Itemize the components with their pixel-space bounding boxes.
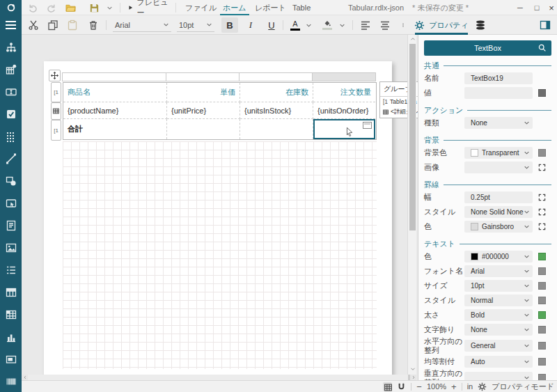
column-selector-2[interactable] bbox=[166, 72, 240, 81]
toolbox-line-button[interactable] bbox=[0, 148, 22, 170]
scroll-up-arrow[interactable] bbox=[408, 35, 417, 43]
undo-button[interactable] bbox=[26, 0, 39, 15]
maximize-button[interactable]: □ bbox=[531, 0, 543, 15]
expand-icon[interactable] bbox=[538, 194, 546, 201]
property-dropdown[interactable]: Bold bbox=[464, 309, 533, 321]
header-cell-2[interactable]: 単価 bbox=[167, 83, 240, 102]
report-page[interactable]: [1[1 商品名単価在庫数注文数量{productName}{unitPrice… bbox=[44, 61, 392, 380]
properties-panel-button[interactable]: プロパティ bbox=[414, 15, 469, 35]
property-state-button[interactable] bbox=[538, 267, 546, 275]
property-state-button[interactable] bbox=[538, 374, 546, 380]
footer-cell-1[interactable]: 合計 bbox=[63, 119, 167, 139]
save-menu-button[interactable] bbox=[104, 0, 114, 15]
close-button[interactable]: × bbox=[545, 0, 557, 15]
property-state-button[interactable] bbox=[538, 297, 546, 304]
property-state-button[interactable] bbox=[538, 149, 546, 157]
toolbox-checkbox-button[interactable] bbox=[0, 103, 22, 125]
toolbox-richtext-button[interactable] bbox=[0, 214, 22, 237]
property-dropdown[interactable]: General bbox=[464, 340, 533, 352]
toolbox-shapes-button[interactable] bbox=[0, 170, 22, 192]
table-move-handle[interactable] bbox=[49, 70, 61, 81]
property-input[interactable]: 0.25pt bbox=[464, 191, 533, 203]
design-canvas[interactable]: [1[1 商品名単価在庫数注文数量{productName}{unitPrice… bbox=[22, 35, 418, 380]
toolbox-textbox-button[interactable] bbox=[0, 81, 22, 103]
toolbox-subreport-button[interactable] bbox=[0, 348, 22, 370]
expand-icon[interactable] bbox=[538, 208, 546, 216]
property-dropdown[interactable]: Auto bbox=[464, 356, 533, 368]
align-center-button[interactable] bbox=[377, 15, 393, 35]
tab-file[interactable]: ファイル bbox=[185, 0, 217, 15]
detail-cell-2[interactable]: {unitPrice} bbox=[167, 102, 240, 119]
property-state-button[interactable] bbox=[538, 326, 546, 334]
property-dropdown[interactable]: Gainsboro bbox=[464, 221, 533, 233]
footer-cell-4[interactable] bbox=[313, 119, 375, 139]
toolbox-table-settings-button[interactable] bbox=[0, 58, 22, 81]
horizontal-scrollbar[interactable] bbox=[22, 375, 416, 380]
settings-button[interactable] bbox=[478, 382, 487, 391]
property-dropdown[interactable]: None bbox=[464, 324, 533, 336]
tab-table[interactable]: Table bbox=[292, 0, 311, 15]
font-size-select[interactable]: 10pt bbox=[177, 18, 214, 32]
cut-button[interactable] bbox=[26, 15, 40, 35]
italic-button[interactable]: I bbox=[242, 17, 259, 33]
bold-button[interactable]: B bbox=[221, 17, 238, 33]
row-selector-3[interactable]: [1 bbox=[51, 120, 61, 141]
underline-button[interactable]: U bbox=[263, 17, 280, 33]
detail-cell-3[interactable]: {unitsInStock} bbox=[240, 102, 313, 119]
scroll-right-arrow[interactable] bbox=[410, 375, 416, 380]
more-options-button[interactable] bbox=[398, 15, 408, 35]
row-selector-1[interactable]: [1 bbox=[51, 82, 61, 102]
align-left-button[interactable] bbox=[358, 15, 373, 35]
row-selector-2[interactable] bbox=[51, 102, 61, 120]
property-dropdown[interactable]: Transparent bbox=[464, 147, 533, 159]
property-state-button[interactable] bbox=[538, 89, 546, 97]
open-button[interactable] bbox=[64, 0, 77, 15]
font-name-select[interactable]: Arial bbox=[113, 18, 171, 32]
property-dropdown[interactable]: #000000 bbox=[464, 251, 533, 262]
header-cell-4[interactable]: 注文数量 bbox=[313, 83, 375, 102]
property-dropdown[interactable]: None Solid None None bbox=[464, 206, 533, 218]
fill-color-button[interactable] bbox=[320, 15, 334, 35]
tab-report[interactable]: レポート bbox=[255, 0, 286, 15]
toolbox-barcode-button[interactable] bbox=[0, 370, 22, 392]
zoom-level[interactable]: 100% bbox=[427, 382, 446, 391]
data-sources-button[interactable] bbox=[473, 15, 487, 35]
search-icon[interactable] bbox=[538, 43, 547, 52]
vertical-scroll-thumb[interactable] bbox=[409, 44, 416, 230]
zoom-in-button[interactable]: + bbox=[451, 382, 457, 392]
toolbox-chart-button[interactable] bbox=[0, 326, 22, 348]
property-dropdown[interactable]: None bbox=[464, 117, 533, 129]
toolbox-hierarchy-button[interactable] bbox=[0, 36, 22, 58]
minimize-button[interactable]: ─ bbox=[514, 0, 526, 15]
footer-cell-3[interactable] bbox=[240, 119, 313, 139]
property-state-button[interactable] bbox=[538, 253, 546, 260]
redo-button[interactable] bbox=[45, 0, 57, 15]
grid-toggle-button[interactable] bbox=[383, 382, 392, 391]
header-cell-3[interactable]: 在庫数 bbox=[240, 83, 313, 102]
expand-icon[interactable] bbox=[538, 164, 546, 171]
toolbox-table-button[interactable] bbox=[0, 281, 22, 304]
save-button[interactable] bbox=[88, 0, 100, 15]
zoom-out-button[interactable]: − bbox=[416, 382, 422, 392]
column-selector-4[interactable] bbox=[312, 72, 376, 81]
property-state-button[interactable] bbox=[538, 311, 546, 319]
preview-button[interactable]: プレビュー bbox=[128, 0, 170, 15]
property-dropdown[interactable] bbox=[464, 162, 533, 173]
copy-button[interactable] bbox=[46, 15, 60, 35]
delete-button[interactable] bbox=[86, 15, 100, 35]
property-state-button[interactable] bbox=[538, 358, 546, 366]
horizontal-scroll-thumb[interactable] bbox=[28, 375, 408, 380]
expand-icon[interactable] bbox=[538, 223, 546, 230]
toolbox-list-button[interactable] bbox=[0, 259, 22, 281]
vertical-scrollbar[interactable] bbox=[407, 35, 416, 375]
footer-cell-2[interactable] bbox=[167, 119, 240, 139]
snap-toggle-button[interactable] bbox=[397, 382, 406, 391]
toolbox-image-button[interactable] bbox=[0, 237, 22, 259]
column-selector-3[interactable] bbox=[239, 72, 313, 81]
toolbox-container-button[interactable] bbox=[0, 192, 22, 214]
toolbox-dot-matrix-button[interactable] bbox=[0, 125, 22, 148]
property-mode-button[interactable]: プロパティモード bbox=[492, 382, 554, 392]
column-selector-1[interactable] bbox=[62, 72, 166, 81]
units-selector[interactable]: in bbox=[467, 382, 473, 391]
property-dropdown[interactable]: Normal bbox=[464, 295, 533, 306]
